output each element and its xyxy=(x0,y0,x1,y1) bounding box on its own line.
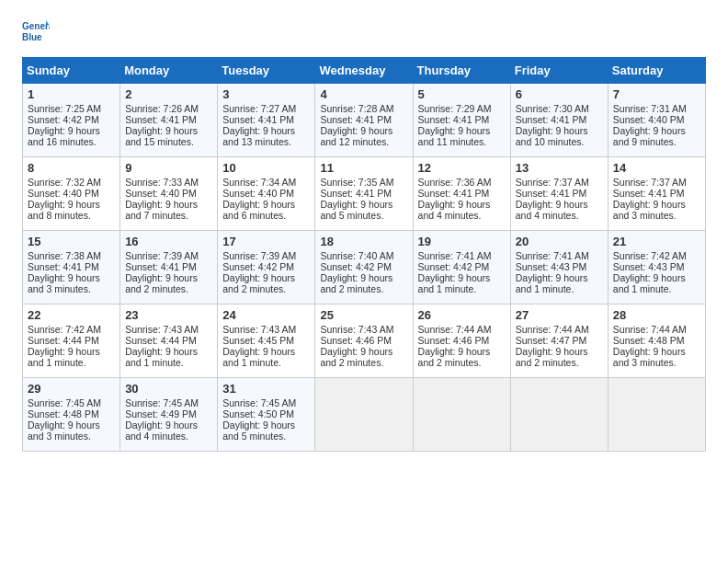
day-cell: 22Sunrise: 7:42 AMSunset: 4:44 PMDayligh… xyxy=(23,304,120,378)
day-number: 14 xyxy=(613,161,700,175)
sunrise: Sunrise: 7:42 AM xyxy=(28,324,101,335)
sunset: Sunset: 4:40 PM xyxy=(125,188,197,199)
day-number: 11 xyxy=(320,161,407,175)
logo-graphic: General Blue xyxy=(22,18,50,46)
day-number: 10 xyxy=(222,161,310,175)
col-header-tuesday: Tuesday xyxy=(218,58,315,84)
day-number: 26 xyxy=(418,308,506,322)
daylight: Daylight: 9 hours and 10 minutes. xyxy=(516,125,588,147)
day-cell: 9Sunrise: 7:33 AMSunset: 4:40 PMDaylight… xyxy=(120,157,218,231)
sunset: Sunset: 4:46 PM xyxy=(320,335,392,346)
daylight: Daylight: 9 hours and 3 minutes. xyxy=(613,199,686,221)
day-number: 19 xyxy=(418,235,506,248)
day-cell xyxy=(315,378,413,452)
sunrise: Sunrise: 7:26 AM xyxy=(125,103,199,114)
day-cell: 21Sunrise: 7:42 AMSunset: 4:43 PMDayligh… xyxy=(608,231,705,304)
sunset: Sunset: 4:40 PM xyxy=(613,114,685,125)
sunrise: Sunrise: 7:28 AM xyxy=(320,103,393,114)
day-cell: 12Sunrise: 7:36 AMSunset: 4:41 PMDayligh… xyxy=(413,157,510,231)
daylight: Daylight: 9 hours and 1 minute. xyxy=(613,272,686,294)
sunrise: Sunrise: 7:45 AM xyxy=(125,397,199,408)
day-number: 15 xyxy=(28,235,115,248)
daylight: Daylight: 9 hours and 3 minutes. xyxy=(28,272,100,294)
header-row: SundayMondayTuesdayWednesdayThursdayFrid… xyxy=(23,58,706,84)
day-cell: 4Sunrise: 7:28 AMSunset: 4:41 PMDaylight… xyxy=(315,84,413,157)
daylight: Daylight: 9 hours and 1 minute. xyxy=(418,272,491,294)
sunset: Sunset: 4:42 PM xyxy=(320,261,392,272)
day-cell: 7Sunrise: 7:31 AMSunset: 4:40 PMDaylight… xyxy=(608,84,705,157)
day-number: 24 xyxy=(222,308,310,322)
day-cell: 16Sunrise: 7:39 AMSunset: 4:41 PMDayligh… xyxy=(120,231,218,304)
sunset: Sunset: 4:44 PM xyxy=(125,335,197,346)
day-number: 20 xyxy=(516,235,603,248)
sunset: Sunset: 4:42 PM xyxy=(28,114,99,125)
col-header-friday: Friday xyxy=(510,58,608,84)
daylight: Daylight: 9 hours and 4 minutes. xyxy=(418,199,491,221)
day-number: 5 xyxy=(418,87,506,101)
day-cell xyxy=(413,378,510,452)
sunset: Sunset: 4:47 PM xyxy=(516,335,587,346)
daylight: Daylight: 9 hours and 1 minute. xyxy=(28,346,100,368)
day-cell: 30Sunrise: 7:45 AMSunset: 4:49 PMDayligh… xyxy=(120,378,218,452)
day-cell: 31Sunrise: 7:45 AMSunset: 4:50 PMDayligh… xyxy=(218,378,315,452)
day-number: 9 xyxy=(125,161,212,175)
sunset: Sunset: 4:42 PM xyxy=(418,261,490,272)
daylight: Daylight: 9 hours and 3 minutes. xyxy=(28,419,100,442)
sunset: Sunset: 4:45 PM xyxy=(222,335,294,346)
day-cell: 3Sunrise: 7:27 AMSunset: 4:41 PMDaylight… xyxy=(218,84,315,157)
sunset: Sunset: 4:41 PM xyxy=(418,114,490,125)
day-cell: 29Sunrise: 7:45 AMSunset: 4:48 PMDayligh… xyxy=(23,378,120,452)
day-cell: 14Sunrise: 7:37 AMSunset: 4:41 PMDayligh… xyxy=(608,157,705,231)
day-number: 13 xyxy=(516,161,603,175)
col-header-thursday: Thursday xyxy=(413,58,510,84)
sunrise: Sunrise: 7:39 AM xyxy=(125,250,199,261)
day-number: 4 xyxy=(320,87,407,101)
sunrise: Sunrise: 7:31 AM xyxy=(613,103,687,114)
daylight: Daylight: 9 hours and 2 minutes. xyxy=(418,346,491,368)
day-cell: 27Sunrise: 7:44 AMSunset: 4:47 PMDayligh… xyxy=(510,304,608,378)
sunrise: Sunrise: 7:41 AM xyxy=(516,250,589,261)
day-cell: 2Sunrise: 7:26 AMSunset: 4:41 PMDaylight… xyxy=(120,84,218,157)
day-number: 23 xyxy=(125,308,212,322)
day-number: 17 xyxy=(222,235,310,248)
day-number: 25 xyxy=(320,308,407,322)
day-number: 12 xyxy=(418,161,506,175)
day-number: 28 xyxy=(613,308,700,322)
week-row-3: 15Sunrise: 7:38 AMSunset: 4:41 PMDayligh… xyxy=(23,231,706,304)
sunset: Sunset: 4:46 PM xyxy=(418,335,490,346)
daylight: Daylight: 9 hours and 2 minutes. xyxy=(320,272,392,294)
daylight: Daylight: 9 hours and 5 minutes. xyxy=(222,419,295,442)
daylight: Daylight: 9 hours and 16 minutes. xyxy=(28,125,100,147)
daylight: Daylight: 9 hours and 2 minutes. xyxy=(516,346,588,368)
sunrise: Sunrise: 7:43 AM xyxy=(320,324,393,335)
day-cell: 26Sunrise: 7:44 AMSunset: 4:46 PMDayligh… xyxy=(413,304,510,378)
daylight: Daylight: 9 hours and 15 minutes. xyxy=(125,125,198,147)
day-cell: 19Sunrise: 7:41 AMSunset: 4:42 PMDayligh… xyxy=(413,231,510,304)
sunrise: Sunrise: 7:44 AM xyxy=(613,324,687,335)
day-cell: 23Sunrise: 7:43 AMSunset: 4:44 PMDayligh… xyxy=(120,304,218,378)
sunrise: Sunrise: 7:45 AM xyxy=(222,397,296,408)
logo-container: General Blue xyxy=(22,18,50,46)
sunset: Sunset: 4:41 PM xyxy=(320,188,392,199)
day-number: 18 xyxy=(320,235,407,248)
sunrise: Sunrise: 7:40 AM xyxy=(320,250,393,261)
sunset: Sunset: 4:41 PM xyxy=(613,188,685,199)
week-row-5: 29Sunrise: 7:45 AMSunset: 4:48 PMDayligh… xyxy=(23,378,706,452)
sunrise: Sunrise: 7:27 AM xyxy=(222,103,296,114)
sunrise: Sunrise: 7:39 AM xyxy=(222,250,296,261)
sunset: Sunset: 4:40 PM xyxy=(222,188,294,199)
sunrise: Sunrise: 7:43 AM xyxy=(125,324,199,335)
daylight: Daylight: 9 hours and 5 minutes. xyxy=(320,199,392,221)
day-cell xyxy=(608,378,705,452)
sunset: Sunset: 4:50 PM xyxy=(222,408,294,419)
day-number: 27 xyxy=(516,308,603,322)
sunset: Sunset: 4:43 PM xyxy=(516,261,587,272)
day-number: 21 xyxy=(613,235,700,248)
day-cell: 1Sunrise: 7:25 AMSunset: 4:42 PMDaylight… xyxy=(23,84,120,157)
daylight: Daylight: 9 hours and 4 minutes. xyxy=(125,419,198,442)
day-number: 29 xyxy=(28,382,115,396)
sunrise: Sunrise: 7:38 AM xyxy=(28,250,101,261)
sunset: Sunset: 4:41 PM xyxy=(516,188,587,199)
day-cell: 18Sunrise: 7:40 AMSunset: 4:42 PMDayligh… xyxy=(315,231,413,304)
svg-text:General: General xyxy=(22,21,50,31)
